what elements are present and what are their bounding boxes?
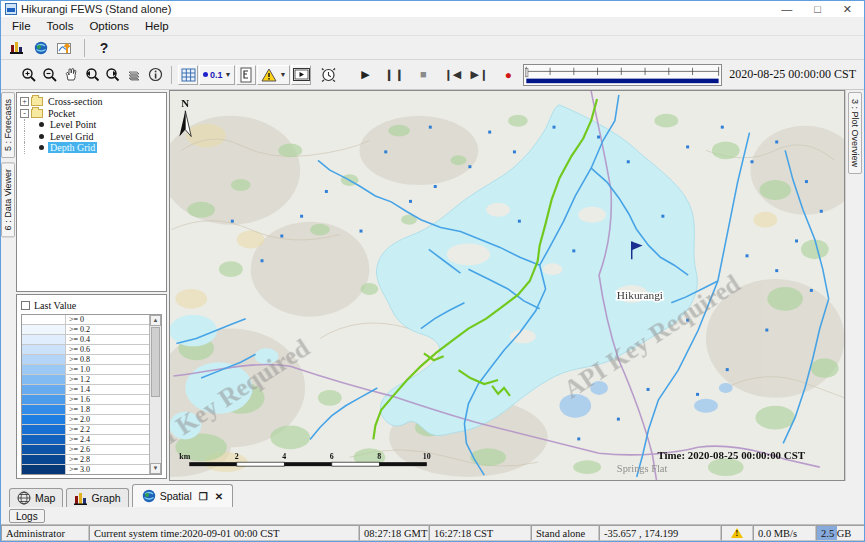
tree-connector [24, 119, 37, 131]
pan-hand-icon[interactable] [61, 65, 81, 85]
place-label: Springs Flat [617, 463, 668, 474]
legend-row: >= 1.2 [22, 375, 149, 385]
tab-graph[interactable]: Graph [66, 488, 128, 507]
tree-item-depth-grid[interactable]: Depth Grid [19, 142, 164, 154]
tree-item-cross-section[interactable]: + Cross-section [19, 96, 164, 108]
play-button[interactable]: ▶ [355, 65, 375, 85]
globe-icon [142, 489, 156, 503]
threshold-value-dropdown[interactable]: 0.1 ▼ [199, 65, 235, 85]
step-forward-button[interactable]: ▶❙ [469, 65, 489, 85]
legend-row: >= 2.4 [22, 435, 149, 445]
tab-map[interactable]: Map [9, 488, 63, 507]
time-control-icon[interactable] [318, 65, 338, 85]
menu-help[interactable]: Help [138, 19, 176, 33]
last-value-label: Last Value [34, 300, 76, 311]
timeseries-dialog-icon[interactable] [55, 38, 75, 58]
grid-icon[interactable] [178, 65, 198, 85]
status-warning-cell[interactable] [721, 525, 753, 541]
legend-swatch [22, 315, 66, 324]
legend-row: >= 2.2 [22, 425, 149, 435]
value-dropdown-label: 0.1 [210, 70, 223, 80]
expand-icon[interactable]: + [20, 97, 29, 106]
window-title: Hikurangi FEWS (Stand alone) [21, 3, 171, 15]
menu-options[interactable]: Options [82, 19, 136, 33]
legend-row: >= 0.6 [22, 345, 149, 355]
right-tab-strip: 3 : Plot Overview [845, 90, 864, 481]
step-back-button[interactable]: ❙◀ [442, 65, 462, 85]
legend-scrollbar[interactable]: ▲ ▼ [149, 315, 161, 474]
tree-item-level-point[interactable]: Level Point [19, 119, 164, 131]
map-canvas[interactable]: API Key Required API Key Required Hikura… [170, 91, 844, 480]
scroll-up-icon[interactable]: ▲ [150, 315, 161, 326]
app-logo-icon [5, 3, 17, 15]
status-bar: Administrator Current system time:2020-0… [1, 525, 864, 541]
collapse-icon[interactable]: - [20, 109, 29, 118]
toolbar-separator [171, 66, 172, 84]
tab-spatial[interactable]: Spatial ❐ ✕ [132, 484, 233, 507]
zoom-next-icon[interactable] [103, 65, 123, 85]
current-datetime-label: 2020-08-25 00:00:00 CST [727, 67, 860, 82]
legend-row: >= 2.6 [22, 445, 149, 455]
zoom-in-icon[interactable] [19, 65, 39, 85]
database-icon[interactable] [7, 38, 27, 58]
legend-row: >= 0.8 [22, 355, 149, 365]
bullet-icon [39, 134, 44, 139]
close-button[interactable]: ✕ [843, 3, 852, 16]
wire-globe-icon [17, 491, 31, 505]
tab-forecasts[interactable]: 5 : Forecasts [1, 92, 15, 158]
tab-logs[interactable]: Logs [9, 509, 45, 523]
map-view[interactable]: API Key Required API Key Required Hikura… [169, 90, 845, 481]
value-dot-icon [203, 72, 208, 77]
legend-swatch [22, 385, 66, 394]
status-memory[interactable]: 2.5 GB [816, 525, 865, 541]
minimize-button[interactable]: — [781, 3, 792, 16]
zoom-previous-icon[interactable] [82, 65, 102, 85]
profile-icon[interactable] [236, 65, 256, 85]
last-value-checkbox[interactable] [21, 301, 30, 310]
tab-close-icon[interactable]: ✕ [215, 491, 223, 502]
animation-icon[interactable] [291, 65, 311, 85]
status-local-time: 16:27:18 CST [429, 525, 531, 541]
maximize-button[interactable]: □ [814, 3, 821, 16]
tab-maximize-icon[interactable]: ❐ [199, 491, 208, 502]
tree-item-pocket[interactable]: - Pocket [19, 108, 164, 120]
app-window: Hikurangi FEWS (Stand alone) — □ ✕ File … [0, 0, 865, 542]
left-tab-strip: 5 : Forecasts 6 : Data Viewer [1, 90, 15, 481]
toolbar-separator [84, 39, 85, 57]
logs-row: Logs [1, 507, 864, 525]
legend-swatch [22, 325, 66, 334]
legend-panel: Last Value >= 0 >= 0.2 >= 0.4 >= 0.6 >= … [16, 294, 167, 479]
tab-data-viewer[interactable]: 6 : Data Viewer [1, 162, 15, 237]
warning-icon [261, 68, 277, 82]
tab-plot-overview[interactable]: 3 : Plot Overview [848, 92, 862, 174]
legend-row: >= 0.2 [22, 325, 149, 335]
stop-button[interactable]: ■ [413, 65, 433, 85]
legend-swatch [22, 395, 66, 404]
pause-button[interactable]: ❙❙ [384, 65, 404, 85]
town-label: Hikurangi [617, 289, 663, 301]
warning-dropdown[interactable]: ▼ [257, 65, 290, 85]
globe-icon[interactable] [31, 38, 51, 58]
main-toolbar: ? [1, 36, 864, 60]
legend-swatch [22, 375, 66, 384]
left-panel: + Cross-section - Pocket Level Point [15, 90, 169, 481]
legend-row: >= 2.8 [22, 455, 149, 465]
time-slider-track [524, 65, 721, 85]
zoom-out-icon[interactable] [40, 65, 60, 85]
status-mode: Stand alone [531, 525, 599, 541]
map-time-label: Time: 2020-08-25 00:00:00 CST [657, 449, 805, 461]
chevron-down-icon: ▼ [225, 71, 232, 78]
tree-item-level-grid[interactable]: Level Grid [19, 131, 164, 143]
menu-tools[interactable]: Tools [40, 19, 81, 33]
legend-swatch [22, 435, 66, 444]
legend-swatch [22, 455, 66, 464]
layers-icon[interactable] [124, 65, 144, 85]
menu-file[interactable]: File [5, 19, 38, 33]
record-button[interactable]: ● [498, 65, 518, 85]
scroll-down-icon[interactable]: ▼ [150, 463, 161, 474]
help-button[interactable]: ? [94, 38, 114, 58]
svg-text:2: 2 [235, 452, 239, 461]
status-system-time: Current system time:2020-09-01 00:00 CST [89, 525, 359, 541]
info-icon[interactable] [145, 65, 165, 85]
time-slider[interactable] [523, 64, 722, 86]
